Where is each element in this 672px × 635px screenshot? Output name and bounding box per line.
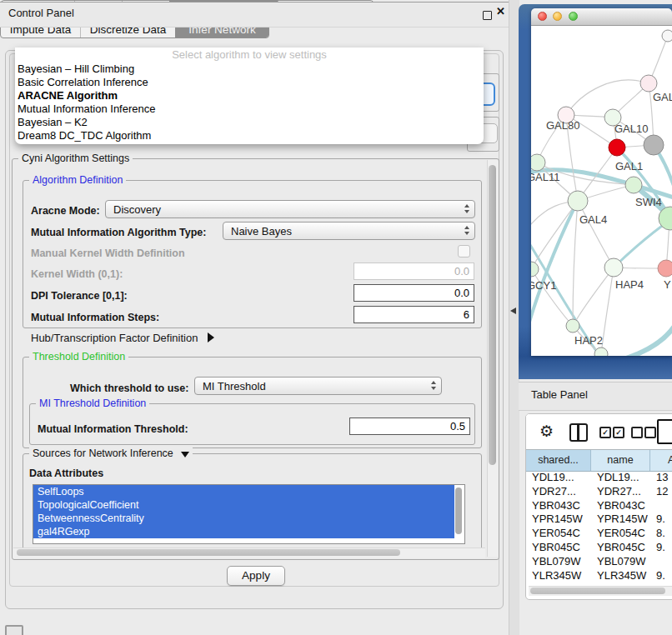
network-node-gal11[interactable] xyxy=(531,154,545,171)
network-edge[interactable] xyxy=(573,268,614,326)
algorithm-option-mutual-information-inference[interactable]: Mutual Information Inference xyxy=(15,102,484,116)
hub-definition-expander[interactable]: Hub/Transcription Factor Definition xyxy=(31,332,214,344)
minimized-panel-icon[interactable] xyxy=(5,625,23,635)
aracne-mode-select[interactable]: Discovery xyxy=(105,200,475,218)
column-header-shared-[interactable]: shared... xyxy=(526,450,591,471)
table-cell: YBR045C xyxy=(591,541,650,555)
network-node-hap4[interactable] xyxy=(604,258,623,277)
network-node-swi4[interactable] xyxy=(625,177,642,193)
data-attributes-list[interactable]: SelfLoopsTopologicalCoefficientBetweenne… xyxy=(33,484,465,544)
kernel-width-label: Kernel Width (0,1): xyxy=(31,268,123,280)
checkbox-checked-icon[interactable]: ✓ xyxy=(613,427,624,438)
table-row[interactable]: YER054CYER054C8. xyxy=(526,527,672,541)
network-node-gal1[interactable] xyxy=(609,139,625,156)
float-window-icon[interactable] xyxy=(483,11,492,20)
algorithm-option-dream8-dc-tdc-algorithm[interactable]: Dream8 DC_TDC Algorithm xyxy=(15,129,484,142)
settings-vertical-scrollbar-thumb[interactable] xyxy=(489,165,496,465)
node-label: Y xyxy=(664,278,671,291)
table-cell: 9. xyxy=(650,541,672,555)
table-cell: YLR345W xyxy=(526,569,591,583)
attribute-item-gal4rgexp[interactable]: gal4RGexp xyxy=(33,525,454,538)
checkbox-unchecked-icon[interactable] xyxy=(631,427,643,438)
table-cell: YPR145W xyxy=(591,512,650,527)
network-node-hap2[interactable] xyxy=(566,319,579,332)
network-edge[interactable] xyxy=(573,201,578,326)
table-cell xyxy=(650,499,672,513)
algorithm-dropdown-popup: Select algorithm to view settings Bayesi… xyxy=(15,48,484,144)
table-cell: 8. xyxy=(650,527,672,541)
attribute-item-betweennesscentrality[interactable]: BetweennessCentrality xyxy=(33,512,454,525)
mi-algorithm-type-label: Mutual Information Algorithm Type: xyxy=(31,227,206,238)
network-window-titlebar[interactable] xyxy=(531,8,672,26)
table-cell: YBR045C xyxy=(526,541,591,555)
split-columns-icon[interactable] xyxy=(569,423,588,442)
dpi-tolerance-field[interactable]: 0.0 xyxy=(354,284,474,302)
network-edge[interactable] xyxy=(614,220,670,268)
network-edge[interactable] xyxy=(621,323,672,356)
gear-icon[interactable]: ⚙ xyxy=(539,420,554,442)
zoom-traffic-light-icon[interactable] xyxy=(569,12,578,21)
table-cell xyxy=(650,555,672,569)
attributes-scrollbar-thumb[interactable] xyxy=(455,488,462,534)
mi-algorithm-type-select[interactable]: Naive Bayes xyxy=(223,222,475,240)
control-panel-title: Control Panel xyxy=(8,7,74,19)
apply-button[interactable]: Apply xyxy=(227,566,285,586)
expand-right-icon[interactable] xyxy=(208,332,214,342)
data-attributes-label: Data Attributes xyxy=(29,468,103,479)
mi-steps-field[interactable]: 6 xyxy=(354,306,474,323)
network-edge[interactable] xyxy=(601,268,614,354)
mouse-cursor xyxy=(510,308,516,314)
kernel-width-field[interactable]: 0.0 xyxy=(354,262,474,280)
network-edge[interactable] xyxy=(531,201,578,328)
algorithm-definition-title: Algorithm Definition xyxy=(29,174,126,186)
table-row[interactable]: YBR045CYBR045C9. xyxy=(526,541,672,555)
table-cell: YBL079W xyxy=(526,555,591,569)
attribute-item-selfloops[interactable]: SelfLoops xyxy=(33,485,454,498)
table-row[interactable]: YBL079WYBL079W xyxy=(526,555,672,569)
sources-group-title[interactable]: Sources for Network Inference xyxy=(29,448,193,459)
settings-horizontal-scrollbar-thumb[interactable] xyxy=(17,549,400,556)
settings-group-title: Cyni Algorithm Settings xyxy=(18,152,133,164)
stepper-arrows-icon xyxy=(464,204,469,213)
table-row[interactable]: YPR145WYPR145W9. xyxy=(526,512,672,527)
checkbox-checked-icon[interactable]: ✓ xyxy=(599,427,611,438)
checkbox-unchecked-icon[interactable] xyxy=(644,427,656,438)
algorithm-option-bayesian-k2[interactable]: Bayesian – K2 xyxy=(15,116,484,129)
column-header-a[interactable]: A xyxy=(650,450,672,471)
close-icon[interactable]: ✕ xyxy=(496,5,505,18)
network-canvas[interactable]: GALGAL80GAL10GAL1GAL11SWI4GAL4GCY1HAP4YH… xyxy=(531,26,672,356)
network-edge[interactable] xyxy=(578,201,614,268)
network-node[interactable] xyxy=(662,30,672,42)
table-row[interactable]: YIL052CYIL052C9 xyxy=(526,582,672,585)
table-cell: YLR345W xyxy=(591,569,650,583)
document-icon[interactable] xyxy=(657,419,672,444)
network-node[interactable] xyxy=(644,135,664,155)
mi-threshold-label: Mutual Information Threshold: xyxy=(38,423,188,435)
close-traffic-light-icon[interactable] xyxy=(538,12,547,21)
which-threshold-select[interactable]: MI Threshold xyxy=(194,377,442,395)
minimize-traffic-light-icon[interactable] xyxy=(553,12,562,21)
table-row[interactable]: YDR27...YDR27...12 xyxy=(526,485,672,499)
column-header-name[interactable]: name xyxy=(591,450,650,471)
table-cell: YIL052C xyxy=(591,582,650,585)
table-row[interactable]: YBR043CYBR043C xyxy=(526,499,672,513)
manual-kernel-width-checkbox[interactable] xyxy=(458,245,470,258)
algorithm-option-bayesian-hill-climbing[interactable]: Bayesian – Hill Climbing xyxy=(15,62,484,76)
table-row[interactable]: YDL19...YDL19...13 xyxy=(526,471,672,485)
table-horizontal-scrollbar-thumb[interactable] xyxy=(530,588,665,594)
network-node-gal[interactable] xyxy=(640,75,657,92)
attribute-item-topologicalcoefficient[interactable]: TopologicalCoefficient xyxy=(33,498,454,512)
mi-threshold-field[interactable]: 0.5 xyxy=(349,418,470,435)
algorithm-option-basic-correlation-inference[interactable]: Basic Correlation Inference xyxy=(15,76,484,89)
network-node-y[interactable] xyxy=(658,260,672,277)
table-cell: 9 xyxy=(650,582,672,585)
expand-down-icon[interactable] xyxy=(181,452,189,458)
threshold-definition-title: Threshold Definition xyxy=(29,351,128,362)
network-node-gal4[interactable] xyxy=(568,191,588,211)
network-node[interactable] xyxy=(594,348,608,356)
table-cell: YBL079W xyxy=(591,555,650,569)
network-node-gcy1[interactable] xyxy=(531,262,539,277)
network-edge[interactable] xyxy=(566,80,649,115)
algorithm-option-aracne-algorithm[interactable]: ARACNE Algorithm xyxy=(15,89,484,102)
table-row[interactable]: YLR345WYLR345W9. xyxy=(526,569,672,583)
